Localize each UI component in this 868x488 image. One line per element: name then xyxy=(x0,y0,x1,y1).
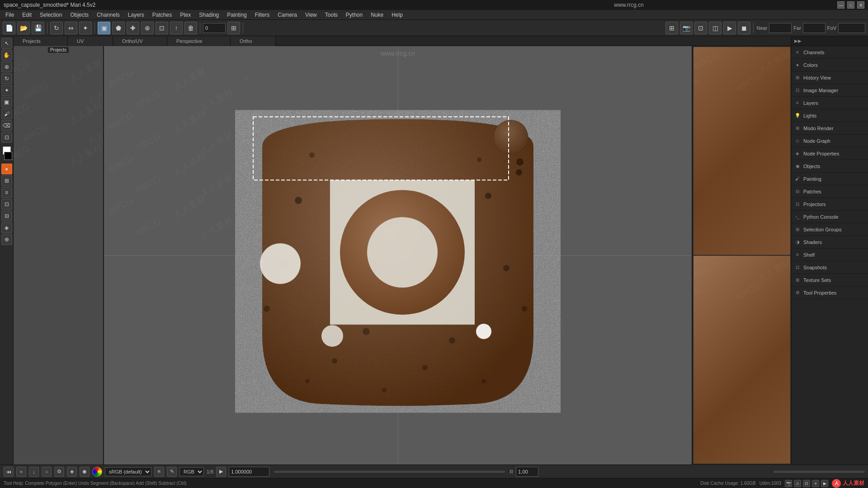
play-gear-button[interactable]: ⚙ xyxy=(54,467,64,477)
bg-color[interactable] xyxy=(4,152,12,160)
icon-r1[interactable]: ⊞ xyxy=(665,22,678,34)
scale-button[interactable]: ⊡ xyxy=(156,22,168,34)
delete-button[interactable]: 🗑 xyxy=(184,22,197,34)
panel-item-painting[interactable]: 🖌Painting xyxy=(792,173,868,185)
near-input[interactable] xyxy=(769,23,792,33)
left-tool-pan[interactable]: ✋ xyxy=(1,50,12,61)
menu-item-edit[interactable]: Edit xyxy=(19,11,35,19)
new-button[interactable]: 📄 xyxy=(3,22,15,34)
tab-ortho-uv[interactable]: Ortho/UV xyxy=(113,36,167,46)
status-icon-1[interactable]: 📷 xyxy=(785,480,792,487)
far-input[interactable] xyxy=(803,23,826,33)
panel-item-lights[interactable]: 💡Lights xyxy=(792,109,868,122)
left-tool-extra4[interactable]: ⊕ xyxy=(1,234,12,245)
number-input[interactable] xyxy=(203,23,226,33)
left-tool-eraser[interactable]: ⌫ xyxy=(1,120,12,131)
left-tool-zoom[interactable]: ⊕ xyxy=(1,61,12,72)
left-tool-clone[interactable]: ⊡ xyxy=(1,132,12,143)
left-tool-orbit[interactable]: ↻ xyxy=(1,73,12,84)
minimize-button[interactable]: — xyxy=(837,1,844,9)
panel-item-tool-properties[interactable]: ⚙Tool Properties xyxy=(792,286,868,299)
menu-item-help[interactable]: Help xyxy=(388,11,406,19)
panel-item-modo-render[interactable]: ⊞Modo Render xyxy=(792,122,868,135)
left-tool-transform[interactable]: ✦ xyxy=(1,85,12,96)
menu-item-shading[interactable]: Shading xyxy=(195,11,222,19)
play-extra2-button[interactable]: ◉ xyxy=(80,467,90,477)
panel-item-patches[interactable]: ⊟Patches xyxy=(792,185,868,198)
tab-ortho[interactable]: Ortho xyxy=(231,36,276,46)
left-tool-extra2[interactable]: ⊟ xyxy=(1,211,12,221)
status-icon-2[interactable]: ⚠ xyxy=(794,480,801,487)
icon-r2[interactable]: 📷 xyxy=(680,22,693,34)
viewport-perspective[interactable]: www.rrcg.cn RRCG人人素材A RRCG人人素材 RRCG人人素材A… xyxy=(104,46,692,465)
status-icon-5[interactable]: ▶ xyxy=(821,480,828,487)
channel-r-button[interactable]: R xyxy=(154,467,164,477)
icon-r4[interactable]: ◫ xyxy=(709,22,722,34)
select-button[interactable]: ▣ xyxy=(98,22,110,34)
menu-item-ptex[interactable]: Ptex xyxy=(176,11,194,19)
color-display[interactable] xyxy=(92,467,102,477)
r-value-input[interactable] xyxy=(516,467,538,477)
play-circle-button[interactable]: ○ xyxy=(42,467,52,477)
mirror-button[interactable]: ⇔ xyxy=(65,22,77,34)
panel-item-snapshots[interactable]: ⊡Snapshots xyxy=(792,261,868,274)
viewport-projects[interactable]: Projects RRCG人人素材 RRCG人人素材 RRCG人人素材 RRCG… xyxy=(14,46,104,465)
panel-item-selection-groups[interactable]: ⊞Selection Groups xyxy=(792,223,868,236)
play-down-button[interactable]: ↓ xyxy=(29,467,39,477)
tab-perspective[interactable]: Perspective xyxy=(167,36,231,46)
left-tool-extra1[interactable]: ⊡ xyxy=(1,199,12,210)
menu-item-tools[interactable]: Tools xyxy=(321,11,341,19)
move-button[interactable]: ⊕ xyxy=(141,22,154,34)
zoom-input[interactable] xyxy=(229,467,269,477)
preview-panel-2[interactable]: RRCG人人素材ARRCG xyxy=(693,256,790,464)
panel-item-colors[interactable]: ●Colors xyxy=(792,59,868,71)
preview-panel-1[interactable]: RRCG人人素材ARRCG xyxy=(693,47,790,255)
left-tool-select[interactable]: ▣ xyxy=(1,97,12,108)
close-button[interactable]: ✕ xyxy=(857,1,864,9)
status-icon-4[interactable]: ≡ xyxy=(812,480,819,487)
menu-item-patches[interactable]: Patches xyxy=(149,11,175,19)
menu-item-layers[interactable]: Layers xyxy=(124,11,148,19)
panel-item-shelf[interactable]: ≡Shelf xyxy=(792,249,868,261)
left-tool-orange[interactable]: ● xyxy=(1,164,12,174)
icon-r5[interactable]: ▶ xyxy=(723,22,736,34)
menu-item-selection[interactable]: Selection xyxy=(36,11,66,19)
panel-item-node-graph[interactable]: ◇Node Graph xyxy=(792,135,868,147)
panel-item-objects[interactable]: ◉Objects xyxy=(792,160,868,173)
maximize-button[interactable]: □ xyxy=(847,1,854,9)
panel-item-texture-sets[interactable]: ⊞Texture Sets xyxy=(792,274,868,286)
menu-item-file[interactable]: File xyxy=(2,11,18,19)
left-tool-layers[interactable]: ≡ xyxy=(1,187,12,198)
left-tool-cursor[interactable]: ↖ xyxy=(1,38,12,49)
master-slider[interactable] xyxy=(774,471,864,473)
channel-select[interactable]: RGB xyxy=(179,467,204,476)
icon-r3[interactable]: ⊡ xyxy=(694,22,707,34)
panel-item-channels[interactable]: ≡Channels xyxy=(792,46,868,59)
panel-item-shaders[interactable]: ◑Shaders xyxy=(792,236,868,249)
rotate-button[interactable]: ↻ xyxy=(50,22,63,34)
up-button[interactable]: ↑ xyxy=(170,22,183,34)
play-extra-button[interactable]: ◈ xyxy=(67,467,77,477)
menu-item-painting[interactable]: Painting xyxy=(223,11,250,19)
panel-item-layers[interactable]: ≡Layers xyxy=(792,97,868,109)
icon-r6[interactable]: ◼ xyxy=(738,22,750,34)
play-back-button[interactable]: ⏮ xyxy=(4,467,14,477)
color-mode-select[interactable]: sRGB (default) xyxy=(105,467,151,476)
expand-button[interactable]: ⊞ xyxy=(227,22,240,34)
menu-item-filters[interactable]: Filters xyxy=(251,11,274,19)
panel-item-python-console[interactable]: ›_Python Console xyxy=(792,211,868,223)
left-tool-extra3[interactable]: ◈ xyxy=(1,222,12,233)
panel-item-history-view[interactable]: ⊞History View xyxy=(792,71,868,84)
left-tool-paint[interactable]: 🖌 xyxy=(1,108,12,119)
panel-item-image-manager[interactable]: ⊡Image Manager xyxy=(792,84,868,97)
tab-uv[interactable]: UV xyxy=(68,36,113,46)
menu-item-view[interactable]: View xyxy=(302,11,321,19)
panel-item-projectors[interactable]: ⊡Projectors xyxy=(792,198,868,211)
save-button[interactable]: 💾 xyxy=(32,22,44,34)
menu-item-channels[interactable]: Channels xyxy=(93,11,123,19)
menu-item-nuke[interactable]: Nuke xyxy=(367,11,387,19)
left-tool-grid[interactable]: ⊞ xyxy=(1,175,12,186)
tab-projects[interactable]: Projects xyxy=(14,36,68,46)
lasso-button[interactable]: ⬟ xyxy=(112,22,125,34)
menu-item-camera[interactable]: Camera xyxy=(274,11,301,19)
